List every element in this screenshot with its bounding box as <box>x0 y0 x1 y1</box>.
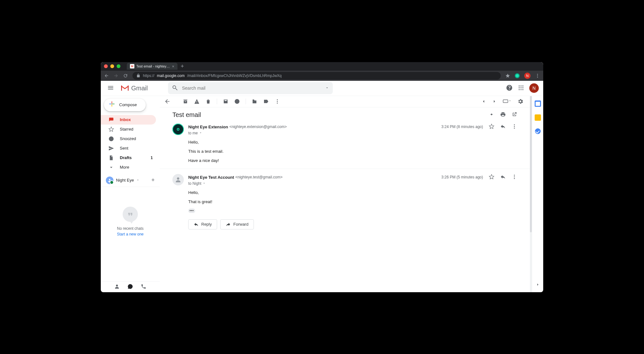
search-input[interactable] <box>182 86 321 91</box>
snooze-button[interactable] <box>232 97 242 106</box>
svg-point-8 <box>520 87 521 88</box>
hangouts-dropdown-icon[interactable] <box>136 178 139 183</box>
settings-button[interactable] <box>515 96 525 106</box>
more-actions-button[interactable] <box>273 97 282 106</box>
sender-avatar[interactable] <box>172 124 184 135</box>
next-page-button[interactable] <box>490 97 499 106</box>
forward-button[interactable]: Forward <box>220 219 254 229</box>
sender-name[interactable]: Night Eye Extension <box>188 125 228 129</box>
sidebar-item-inbox[interactable]: Inbox <box>101 115 156 125</box>
svg-point-2 <box>537 77 538 78</box>
collapse-all-icon[interactable] <box>489 112 494 118</box>
hangouts-user-row[interactable]: Night Eye + <box>101 174 160 187</box>
apps-grid-button[interactable] <box>518 85 524 92</box>
open-new-window-icon[interactable] <box>512 112 517 118</box>
side-panel <box>532 96 543 292</box>
account-avatar[interactable]: N <box>529 83 539 93</box>
sidebar: Compose Inbox Starred Snoozed Sent Draft… <box>101 96 160 292</box>
gmail-logo[interactable]: Gmail <box>120 85 148 92</box>
url-path: /mail/#inbox/FMfcgxwChJhhnbWZvjVDsmbLhRm… <box>187 74 281 78</box>
nav-back-button[interactable] <box>104 73 109 78</box>
svg-point-13 <box>109 179 111 180</box>
sidebar-item-starred[interactable]: Starred <box>101 125 156 134</box>
keep-addon-icon[interactable] <box>535 114 541 121</box>
input-tools-button[interactable] <box>501 97 513 106</box>
star-message-icon[interactable] <box>489 174 494 181</box>
reply-forward-bar: Reply Forward <box>188 219 517 229</box>
sender-name[interactable]: Night Eye Test Account <box>188 175 234 180</box>
svg-point-0 <box>537 74 538 75</box>
night-eye-extension-icon[interactable] <box>515 73 520 78</box>
reply-button[interactable]: Reply <box>188 219 217 229</box>
window-minimize-button[interactable] <box>110 64 114 68</box>
back-button[interactable] <box>162 96 172 106</box>
browser-tab[interactable]: M Test email - nighteye.test@gm… × <box>127 63 177 70</box>
move-to-button[interactable] <box>250 97 259 106</box>
hangouts-chat-icon[interactable] <box>127 284 133 290</box>
window-maximize-button[interactable] <box>117 64 120 68</box>
archive-button[interactable] <box>181 97 190 106</box>
hangouts-phone-icon[interactable] <box>141 284 146 290</box>
mark-unread-button[interactable] <box>221 97 230 106</box>
svg-point-24 <box>177 177 179 179</box>
forward-label: Forward <box>233 222 248 227</box>
support-button[interactable] <box>506 84 513 92</box>
svg-point-5 <box>520 85 521 86</box>
nav-reload-button[interactable] <box>123 73 128 78</box>
message-time: 3:24 PM (8 minutes ago) <box>441 125 483 129</box>
reply-icon[interactable] <box>500 174 506 181</box>
message-more-icon[interactable] <box>512 174 517 181</box>
window-close-button[interactable] <box>104 64 108 68</box>
url-field[interactable]: https://mail.google.com/mail/#inbox/FMfc… <box>132 72 501 80</box>
sidebar-item-snoozed[interactable]: Snoozed <box>101 134 156 144</box>
sidebar-item-more[interactable]: More <box>101 163 156 172</box>
nav-forward-button[interactable] <box>113 73 119 78</box>
show-details-icon[interactable] <box>203 181 206 186</box>
chevron-down-icon <box>108 164 114 170</box>
sidebar-item-sent[interactable]: Sent <box>101 144 156 153</box>
svg-point-22 <box>514 126 515 127</box>
email-subject: Test email <box>172 111 489 119</box>
star-message-icon[interactable] <box>489 124 494 130</box>
sidebar-item-drafts[interactable]: Drafts 1 <box>101 153 156 163</box>
search-icon[interactable] <box>172 85 178 92</box>
hangouts-empty-state: No recent chats Start a new one <box>101 187 160 281</box>
sender-avatar[interactable] <box>172 174 184 185</box>
url-host: mail.google.com <box>157 74 184 78</box>
compose-button[interactable]: Compose <box>104 99 146 111</box>
show-details-icon[interactable] <box>199 131 202 135</box>
show-trimmed-content-button[interactable]: ••• <box>188 209 195 213</box>
new-tab-button[interactable]: + <box>181 63 184 70</box>
sidebar-item-label: Starred <box>120 127 133 132</box>
message-more-icon[interactable] <box>512 124 517 130</box>
main-menu-button[interactable] <box>105 82 116 94</box>
sidebar-item-label: Snoozed <box>120 136 136 141</box>
reply-icon[interactable] <box>500 124 506 130</box>
hangouts-contacts-icon[interactable] <box>114 284 120 290</box>
search-box[interactable] <box>168 82 333 94</box>
tasks-addon-icon[interactable] <box>535 128 541 134</box>
app-header: Gmail N <box>101 81 543 96</box>
svg-point-10 <box>519 89 520 90</box>
svg-point-4 <box>519 85 520 86</box>
start-new-chat-link[interactable]: Start a new one <box>117 232 144 236</box>
tab-close-icon[interactable]: × <box>172 64 174 69</box>
prev-page-button[interactable] <box>479 97 488 106</box>
search-options-icon[interactable] <box>325 86 329 91</box>
svg-point-17 <box>277 103 278 104</box>
browser-profile-avatar[interactable]: N <box>524 73 531 79</box>
labels-button[interactable] <box>261 97 271 106</box>
new-chat-button[interactable]: + <box>151 177 155 183</box>
delete-button[interactable] <box>203 97 213 106</box>
print-icon[interactable] <box>500 112 506 118</box>
calendar-addon-icon[interactable] <box>535 100 541 107</box>
browser-menu-button[interactable] <box>535 73 540 78</box>
scrollbar[interactable] <box>530 96 532 292</box>
message-time: 3:26 PM (5 minutes ago) <box>441 175 483 179</box>
sidebar-item-label: Inbox <box>120 117 131 122</box>
bookmark-star-icon[interactable] <box>505 73 510 78</box>
report-spam-button[interactable] <box>192 97 202 106</box>
svg-point-20 <box>177 129 179 130</box>
browser-titlebar: M Test email - nighteye.test@gm… × + <box>101 62 543 71</box>
side-panel-toggle-icon[interactable] <box>536 282 540 288</box>
